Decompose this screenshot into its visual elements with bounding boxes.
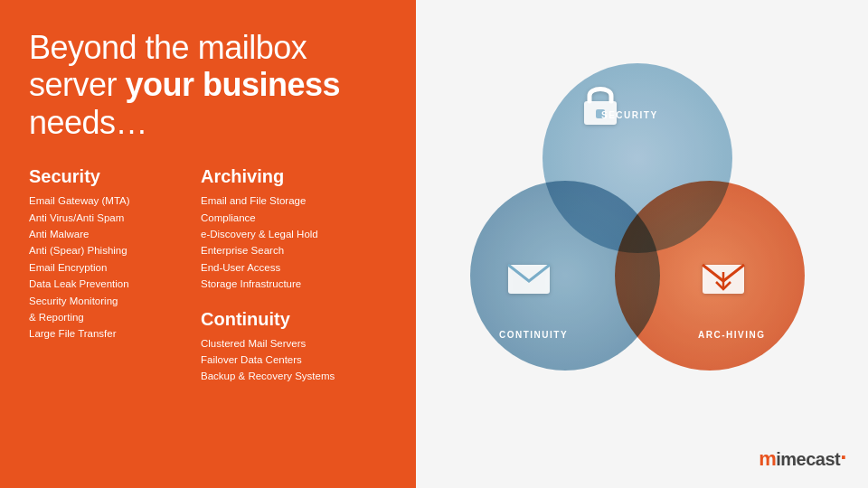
archiving-icon-container xyxy=(701,258,746,297)
left-panel: Beyond the mailbox server your business … xyxy=(0,0,416,488)
list-item: Email and File Storage xyxy=(201,192,391,209)
list-item: Email Encryption xyxy=(29,259,183,276)
logo-text: mimecast· xyxy=(759,444,846,472)
security-venn-label: SECURITY xyxy=(601,110,658,120)
list-item: & Reporting xyxy=(29,309,183,325)
list-item: Storage Infrastructure xyxy=(201,276,391,292)
archiving-continuity-column: Archiving Email and File Storage Complia… xyxy=(201,166,391,470)
mimecast-logo: mimecast· xyxy=(759,444,846,472)
archive-envelope-icon xyxy=(701,258,746,297)
list-item: Data Leak Prevention xyxy=(29,276,183,292)
right-panel: SECURITY CONTINUITY ARC-HIVING mimecast· xyxy=(416,0,868,488)
list-item: Email Gateway (MTA) xyxy=(29,192,183,209)
envelope-icon xyxy=(506,258,552,297)
list-item: Clustered Mail Servers xyxy=(201,335,391,352)
list-item: e-Discovery & Legal Hold xyxy=(201,226,391,242)
list-item: Security Monitoring xyxy=(29,293,183,309)
archiving-title: Archiving xyxy=(201,166,391,187)
page: Beyond the mailbox server your business … xyxy=(0,0,868,488)
continuity-icon-container xyxy=(506,258,552,297)
archiving-venn-label: ARC-HIVING xyxy=(698,330,765,340)
content-columns: Security Email Gateway (MTA) Anti Virus/… xyxy=(29,166,391,470)
continuity-venn-label: CONTINUITY xyxy=(499,330,568,340)
headline: Beyond the mailbox server your business … xyxy=(29,29,391,141)
headline-line2-normal: server xyxy=(29,66,126,103)
headline-line1: Beyond the mailbox xyxy=(29,29,307,66)
list-item: Enterprise Search xyxy=(201,242,391,258)
list-item: Compliance xyxy=(201,210,391,226)
list-item: Anti Virus/Anti Spam xyxy=(29,210,183,226)
list-item: Anti (Spear) Phishing xyxy=(29,242,183,258)
list-item: Backup & Recovery Systems xyxy=(201,368,391,384)
headline-line3: needs… xyxy=(29,104,147,141)
security-icon-container xyxy=(579,80,622,130)
security-column: Security Email Gateway (MTA) Anti Virus/… xyxy=(29,166,183,470)
headline-line2-bold: your business xyxy=(126,66,341,103)
continuity-list: Clustered Mail Servers Failover Data Cen… xyxy=(201,335,391,385)
list-item: End-User Access xyxy=(201,259,391,276)
lock-icon xyxy=(579,80,622,130)
security-title: Security xyxy=(29,166,183,187)
continuity-title: Continuity xyxy=(201,309,391,330)
security-list: Email Gateway (MTA) Anti Virus/Anti Spam… xyxy=(29,192,183,343)
list-item: Large File Transfer xyxy=(29,325,183,342)
archiving-list: Email and File Storage Compliance e-Disc… xyxy=(201,192,391,292)
venn-diagram: SECURITY CONTINUITY ARC-HIVING xyxy=(452,63,832,407)
list-item: Anti Malware xyxy=(29,226,183,242)
list-item: Failover Data Centers xyxy=(201,352,391,368)
